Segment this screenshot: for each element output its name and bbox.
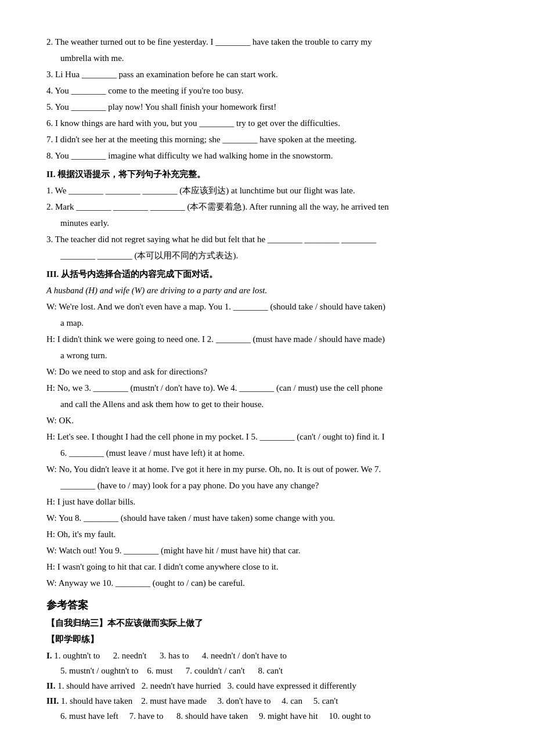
section2-header: II. 根据汉语提示，将下列句子补充完整。 bbox=[46, 167, 488, 181]
section2-line-3: 3. The teacher did not regret saying wha… bbox=[46, 232, 488, 246]
exercise-line-8: 8. You ________ imagine what difficulty … bbox=[46, 149, 488, 163]
section3-h5: H: Oh, it's my fault. bbox=[46, 527, 488, 541]
section2-line-2-cont: minutes early. bbox=[46, 216, 488, 230]
section2-line-1: 1. We ________ ________ ________ (本应该到达)… bbox=[46, 183, 488, 197]
bracket1: 【自我归纳三】本不应该做而实际上做了 bbox=[46, 616, 488, 630]
section3-h1-cont: a wrong turn. bbox=[46, 348, 488, 362]
section2-line-2: 2. Mark ________ ________ ________ (本不需要… bbox=[46, 200, 488, 214]
section3-h1: H: I didn't think we were going to need … bbox=[46, 332, 488, 346]
section3-header: III. 从括号内选择合适的内容完成下面对话。 bbox=[46, 267, 488, 281]
exercise-line-6: 6. I know things are hard with you, but … bbox=[46, 116, 488, 130]
section3-w3: W: OK. bbox=[46, 413, 488, 427]
section3-w1-cont: a map. bbox=[46, 316, 488, 330]
answer-section1-line1: I. 1. oughtn't to 2. needn't 3. has to 4… bbox=[46, 649, 488, 663]
section3-h2-cont: and call the Allens and ask them how to … bbox=[46, 397, 488, 411]
section2-line-3-cont: ________ ________ (本可以用不同的方式表达). bbox=[46, 249, 488, 262]
main-content: 2. The weather turned out to be fine yes… bbox=[46, 35, 488, 723]
section3-h3-cont: 6. ________ (must leave / must have left… bbox=[46, 446, 488, 460]
exercise-line-3: 3. Li Hua ________ pass an examination b… bbox=[46, 67, 488, 81]
section3-h6: H: I wasn't going to hit that car. I did… bbox=[46, 560, 488, 574]
exercise-line-5: 5. You ________ play now! You shall fini… bbox=[46, 100, 488, 114]
answer-section3-line2: 6. must have left 7. have to 8. should h… bbox=[46, 709, 488, 723]
section3-w7: W: Anyway we 10. ________ (ought to / ca… bbox=[46, 576, 488, 590]
answer-section3-line1: III. 1. should have taken 2. must have m… bbox=[46, 694, 488, 708]
section3-h4: H: I just have dollar bills. bbox=[46, 495, 488, 509]
bracket2: 【即学即练】 bbox=[46, 632, 488, 646]
section3-w1: W: We're lost. And we don't even have a … bbox=[46, 300, 488, 314]
exercise-line-7: 7. I didn't see her at the meeting this … bbox=[46, 132, 488, 146]
answer-section1-line2: 5. mustn't / oughtn't to 6. must 7. coul… bbox=[46, 664, 488, 678]
section3-italic: A husband (H) and wife (W) are driving t… bbox=[46, 283, 488, 297]
exercise-line-2: 2. The weather turned out to be fine yes… bbox=[46, 35, 488, 49]
section3-h3: H: Let's see. I thought I had the cell p… bbox=[46, 430, 488, 444]
section3-h2: H: No, we 3. ________ (mustn't / don't h… bbox=[46, 381, 488, 395]
section3-w4-cont: ________ (have to / may) look for a pay … bbox=[46, 478, 488, 492]
answers-header: 参考答案 bbox=[46, 597, 488, 614]
section3-w4: W: No, You didn't leave it at home. I've… bbox=[46, 462, 488, 476]
answer-section2-line: II. 1. should have arrived 2. needn't ha… bbox=[46, 679, 488, 693]
exercise-line-4: 4. You ________ come to the meeting if y… bbox=[46, 84, 488, 98]
section3-w2: W: Do we need to stop and ask for direct… bbox=[46, 365, 488, 379]
exercise-line-2-cont: umbrella with me. bbox=[46, 51, 488, 65]
section3-w6: W: Watch out! You 9. ________ (might hav… bbox=[46, 543, 488, 557]
section3-w5: W: You 8. ________ (should have taken / … bbox=[46, 511, 488, 525]
